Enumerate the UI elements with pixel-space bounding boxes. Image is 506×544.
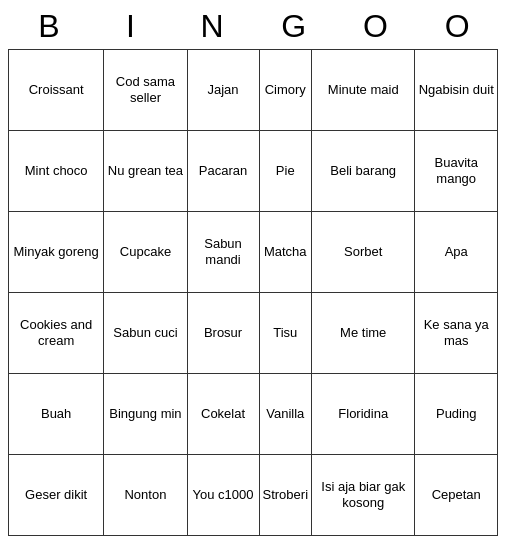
table-row: Minyak gorengCupcakeSabun mandiMatchaSor…: [9, 212, 498, 293]
cell-3-3: Tisu: [259, 293, 312, 374]
cell-2-2: Sabun mandi: [187, 212, 259, 293]
header-letter-B0: B: [8, 8, 90, 45]
cell-5-1: Nonton: [104, 455, 187, 536]
header-letter-I1: I: [90, 8, 172, 45]
cell-2-3: Matcha: [259, 212, 312, 293]
table-row: BuahBingung minCokelatVanillaFloridinaPu…: [9, 374, 498, 455]
cell-4-5: Puding: [415, 374, 498, 455]
cell-0-4: Minute maid: [312, 50, 415, 131]
cell-5-4: Isi aja biar gak kosong: [312, 455, 415, 536]
cell-1-4: Beli barang: [312, 131, 415, 212]
cell-1-2: Pacaran: [187, 131, 259, 212]
cell-4-3: Vanilla: [259, 374, 312, 455]
cell-1-0: Mint choco: [9, 131, 104, 212]
cell-0-3: Cimory: [259, 50, 312, 131]
cell-4-1: Bingung min: [104, 374, 187, 455]
cell-5-2: You c1000: [187, 455, 259, 536]
header-letter-O5: O: [416, 8, 498, 45]
header-letter-N2: N: [171, 8, 253, 45]
cell-0-0: Croissant: [9, 50, 104, 131]
cell-4-4: Floridina: [312, 374, 415, 455]
cell-5-0: Geser dikit: [9, 455, 104, 536]
cell-3-4: Me time: [312, 293, 415, 374]
table-row: CroissantCod sama sellerJajanCimoryMinut…: [9, 50, 498, 131]
bingo-header: BINGOO: [8, 8, 498, 45]
cell-0-1: Cod sama seller: [104, 50, 187, 131]
header-letter-O4: O: [335, 8, 417, 45]
cell-2-0: Minyak goreng: [9, 212, 104, 293]
cell-0-2: Jajan: [187, 50, 259, 131]
cell-1-5: Buavita mango: [415, 131, 498, 212]
cell-3-1: Sabun cuci: [104, 293, 187, 374]
cell-4-2: Cokelat: [187, 374, 259, 455]
cell-1-1: Nu grean tea: [104, 131, 187, 212]
cell-1-3: Pie: [259, 131, 312, 212]
cell-3-5: Ke sana ya mas: [415, 293, 498, 374]
table-row: Mint chocoNu grean teaPacaranPieBeli bar…: [9, 131, 498, 212]
table-row: Cookies and creamSabun cuciBrosurTisuMe …: [9, 293, 498, 374]
cell-3-0: Cookies and cream: [9, 293, 104, 374]
cell-4-0: Buah: [9, 374, 104, 455]
cell-2-5: Apa: [415, 212, 498, 293]
cell-2-1: Cupcake: [104, 212, 187, 293]
table-row: Geser dikitNontonYou c1000StroberiIsi aj…: [9, 455, 498, 536]
cell-2-4: Sorbet: [312, 212, 415, 293]
bingo-grid: CroissantCod sama sellerJajanCimoryMinut…: [8, 49, 498, 536]
header-letter-G3: G: [253, 8, 335, 45]
cell-0-5: Ngabisin duit: [415, 50, 498, 131]
cell-5-3: Stroberi: [259, 455, 312, 536]
cell-5-5: Cepetan: [415, 455, 498, 536]
cell-3-2: Brosur: [187, 293, 259, 374]
